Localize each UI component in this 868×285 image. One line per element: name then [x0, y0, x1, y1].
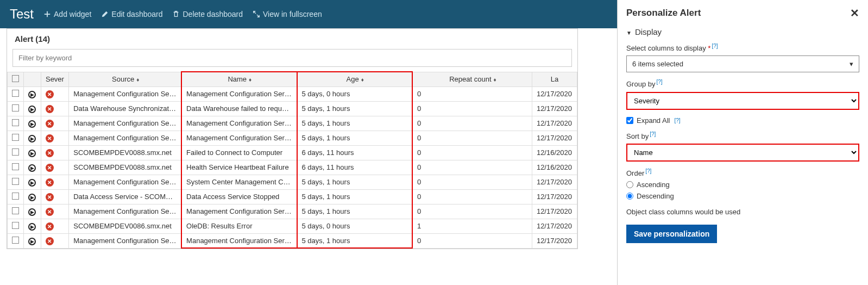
- plus-icon: [43, 10, 51, 18]
- expand-row-icon[interactable]: ▶: [28, 135, 36, 142]
- col-source[interactable]: Source♦: [69, 72, 181, 86]
- cell-source: SCOMBEMPDEV0086.smx.net: [69, 219, 181, 233]
- cell-name: System Center Management Configu: [181, 175, 297, 189]
- table-row[interactable]: ▶✕Management Configuration ServiceManage…: [8, 233, 577, 248]
- table-row[interactable]: ▶✕Management Configuration ServiceSystem…: [8, 175, 577, 189]
- cell-name: Management Configuration Service: [181, 233, 297, 248]
- expand-row-icon[interactable]: ▶: [28, 179, 36, 187]
- severity-critical-icon: ✕: [46, 120, 54, 128]
- table-row[interactable]: ▶✕Management Configuration ServiceManage…: [8, 86, 577, 101]
- cell-repeat: 0: [412, 233, 532, 248]
- cell-age: 5 days, 1 hours: [297, 189, 412, 204]
- row-checkbox[interactable]: [12, 90, 19, 97]
- row-checkbox[interactable]: [12, 222, 19, 229]
- cell-age: 5 days, 0 hours: [297, 219, 412, 233]
- row-checkbox[interactable]: [12, 119, 19, 126]
- expand-row-icon[interactable]: ▶: [28, 208, 36, 216]
- row-checkbox[interactable]: [12, 207, 19, 214]
- columns-dropdown[interactable]: 6 items selected ▾: [626, 55, 859, 72]
- help-icon[interactable]: [?]: [650, 131, 656, 137]
- group-by-select[interactable]: Severity: [626, 92, 859, 110]
- severity-critical-icon: ✕: [46, 164, 54, 172]
- descending-radio[interactable]: [626, 193, 633, 200]
- add-widget-button[interactable]: Add widget: [43, 10, 91, 18]
- sort-icon: ♦: [249, 77, 250, 83]
- cell-name: Management Configuration Service: [181, 86, 297, 101]
- cell-name: Management Configuration Service: [181, 204, 297, 219]
- table-row[interactable]: ▶✕Data Warehouse Synchronization SeData …: [8, 101, 577, 116]
- edit-dashboard-button[interactable]: Edit dashboard: [101, 10, 162, 18]
- expand-row-icon[interactable]: ▶: [28, 150, 36, 157]
- help-icon[interactable]: [?]: [674, 117, 680, 123]
- row-checkbox[interactable]: [12, 104, 19, 111]
- cell-last: 12/17/2020: [532, 175, 577, 189]
- cell-name: OleDB: Results Error: [181, 219, 297, 233]
- delete-dashboard-button[interactable]: Delete dashboard: [172, 10, 243, 18]
- expand-all-checkbox[interactable]: [626, 117, 633, 124]
- expand-row-icon[interactable]: ▶: [28, 223, 36, 231]
- expand-row-icon[interactable]: ▶: [28, 194, 36, 201]
- cell-last: 12/17/2020: [532, 101, 577, 116]
- col-expand: [24, 72, 41, 86]
- help-icon[interactable]: [?]: [645, 168, 651, 174]
- expand-row-icon[interactable]: ▶: [28, 120, 36, 128]
- group-by-label: Group by[?]: [626, 79, 859, 88]
- table-row[interactable]: ▶✕SCOMBEMPDEV0088.smx.netHealth Service …: [8, 160, 577, 175]
- cell-age: 5 days, 1 hours: [297, 131, 412, 145]
- table-row[interactable]: ▶✕Management Configuration ServiceManage…: [8, 116, 577, 131]
- table-row[interactable]: ▶✕SCOMBEMPDEV0086.smx.netOleDB: Results …: [8, 219, 577, 233]
- select-columns-label: Select columns to display *[?]: [626, 43, 859, 52]
- alerts-table: Sever Source♦ Name♦ Age♦ Repeat count♦ L…: [7, 71, 577, 249]
- cell-age: 5 days, 1 hours: [297, 233, 412, 248]
- cell-repeat: 0: [412, 145, 532, 160]
- filter-input-wrap[interactable]: [12, 49, 572, 67]
- cell-source: Data Access Service - SCOMBEMPDE: [69, 189, 181, 204]
- col-age[interactable]: Age♦: [297, 72, 412, 86]
- checkbox-icon[interactable]: [12, 75, 19, 82]
- col-severity[interactable]: Sever: [41, 72, 69, 86]
- table-row[interactable]: ▶✕SCOMBEMPDEV0088.smx.netFailed to Conne…: [8, 145, 577, 160]
- ascending-label: Ascending: [637, 181, 670, 189]
- table-row[interactable]: ▶✕Management Configuration ServiceManage…: [8, 204, 577, 219]
- cell-source: Data Warehouse Synchronization Se: [69, 101, 181, 116]
- sort-by-select[interactable]: Name: [626, 144, 859, 162]
- help-icon[interactable]: [?]: [656, 79, 662, 85]
- expand-row-icon[interactable]: ▶: [28, 106, 36, 113]
- row-checkbox[interactable]: [12, 193, 19, 200]
- severity-critical-icon: ✕: [46, 178, 54, 187]
- col-checkbox[interactable]: [8, 72, 24, 86]
- alert-widget: Alert (14) Sever Source♦ Name♦ Age♦ Repe…: [7, 28, 578, 249]
- cell-source: Management Configuration Service: [69, 86, 181, 101]
- table-row[interactable]: ▶✕Management Configuration ServiceManage…: [8, 131, 577, 145]
- row-checkbox[interactable]: [12, 134, 19, 141]
- row-checkbox[interactable]: [12, 178, 19, 185]
- col-last[interactable]: La: [532, 72, 577, 86]
- ascending-radio[interactable]: [626, 181, 633, 188]
- cell-repeat: 0: [412, 86, 532, 101]
- help-icon[interactable]: [?]: [712, 43, 718, 49]
- row-checkbox[interactable]: [12, 148, 19, 156]
- cell-source: SCOMBEMPDEV0088.smx.net: [69, 145, 181, 160]
- order-label: Order[?]: [626, 168, 859, 177]
- expand-row-icon[interactable]: ▶: [28, 164, 36, 172]
- cell-name: Failed to Connect to Computer: [181, 145, 297, 160]
- severity-critical-icon: ✕: [46, 237, 54, 245]
- row-checkbox[interactable]: [12, 163, 19, 170]
- save-personalization-button[interactable]: Save personalization: [626, 225, 717, 243]
- display-section-toggle[interactable]: Display: [626, 27, 859, 36]
- severity-critical-icon: ✕: [46, 208, 54, 216]
- expand-row-icon[interactable]: ▶: [28, 238, 36, 245]
- cell-repeat: 0: [412, 189, 532, 204]
- sort-icon: ♦: [494, 77, 495, 83]
- close-button[interactable]: ✕: [850, 7, 859, 20]
- fullscreen-button[interactable]: View in fullscreen: [253, 10, 322, 18]
- col-name[interactable]: Name♦: [181, 72, 297, 86]
- cell-source: Management Configuration Service: [69, 233, 181, 248]
- filter-input[interactable]: [18, 54, 566, 62]
- row-checkbox[interactable]: [12, 237, 19, 244]
- col-repeat[interactable]: Repeat count♦: [412, 72, 532, 86]
- cell-last: 12/17/2020: [532, 233, 577, 248]
- table-row[interactable]: ▶✕Data Access Service - SCOMBEMPDEData A…: [8, 189, 577, 204]
- add-widget-label: Add widget: [54, 10, 91, 18]
- expand-row-icon[interactable]: ▶: [28, 91, 36, 98]
